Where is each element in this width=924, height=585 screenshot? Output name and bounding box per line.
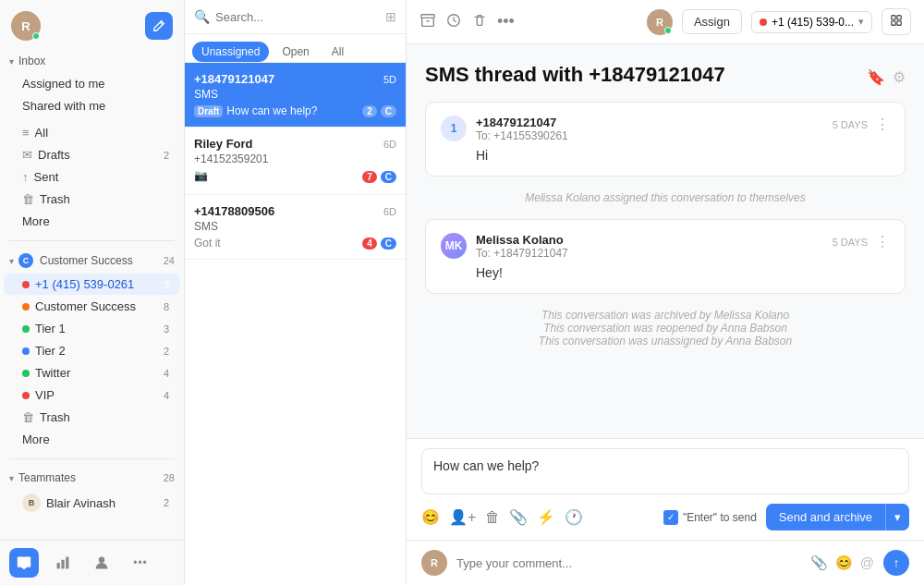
inbox-header[interactable]: ▾ Inbox [0,50,184,72]
msg1-more-icon[interactable]: ⋮ [875,116,890,133]
conversation-item-2[interactable]: Riley Ford 6D +14152359201 📷 7 C [185,128,406,195]
msg2-from: Melissa Kolano [476,233,568,247]
filter-icon[interactable]: ⊞ [385,9,396,24]
teammates-header[interactable]: ▾ Teammates 28 [0,467,184,489]
sidebar-item-phone1[interactable]: +1 (415) 539-0261 3 [4,274,180,295]
archive-icon[interactable] [419,12,436,31]
conversation-item-1[interactable]: +18479121047 5D SMS Draft How can we hel… [185,63,406,128]
conv1-draft: Draft [194,105,223,117]
msg1-from: +18479121047 [476,116,568,129]
conv3-age: 6D [383,206,396,217]
msg1-from-block: +18479121047 To: +14155390261 [476,116,568,142]
conv2-age: 6D [383,139,396,150]
conv3-name: +14178809506 [194,204,274,218]
comment-input[interactable] [456,556,801,570]
more-label-1: More [22,214,50,228]
chat-nav-button[interactable] [9,548,39,578]
topbar-trash-icon[interactable] [471,12,488,31]
add-person-icon[interactable]: 👤+ [449,508,476,526]
bookmark-icon[interactable]: 🔖 [867,68,885,86]
comment-attach-icon[interactable]: 📎 [810,555,828,571]
more-nav-button[interactable]: ••• [126,548,155,578]
comment-at-icon[interactable]: @ [860,555,874,571]
enter-to-send-label: "Enter" to send [683,511,757,524]
tab-unassigned[interactable]: Unassigned [192,42,269,62]
sidebar-item-shared-with-me[interactable]: Shared with me [4,95,180,116]
msg2-header: Melissa Kolano To: +18479121047 5 DAYS ⋮ [476,233,890,260]
conversation-item-3[interactable]: +14178809506 6D SMS Got it 4 C [185,195,406,260]
attach-icon[interactable]: 📎 [509,508,528,526]
topbar-more-icon[interactable]: ••• [497,12,515,31]
customer-success-header[interactable]: ▾ C Customer Success 24 [0,249,184,273]
compose-toolbar: 😊 👤+ 🗑 📎 ⚡ 🕐 ✓ "Enter" to send Send and … [421,504,909,530]
trash2-icon: 🗑 [22,410,34,424]
assign-button[interactable]: Assign [682,9,742,34]
msg2-content: Melissa Kolano To: +18479121047 5 DAYS ⋮… [476,233,890,280]
sidebar-item-cs[interactable]: Customer Success 8 [4,296,180,317]
sidebar-item-drafts[interactable]: ✉ Drafts 2 [4,144,180,165]
svg-rect-0 [57,563,60,568]
vip-count: 4 [164,390,169,401]
svg-rect-8 [892,21,895,25]
sidebar-item-all[interactable]: ≡ All [4,122,180,143]
sidebar-item-more1[interactable]: More [4,211,180,232]
sidebar-item-assigned-to-me[interactable]: Assigned to me [4,73,180,94]
compose-box[interactable]: How can we help? [421,448,909,494]
inbox-section: ▾ Inbox Assigned to me Shared with me [0,48,184,119]
comment-emoji-icon[interactable]: 😊 [835,555,853,571]
sidebar-item-sent[interactable]: ↑ Sent [4,166,180,188]
search-bar: 🔍 ⊞ [185,0,406,34]
sys-line-3: This conversation was unassigned by Anna… [425,335,906,347]
topbar-avatar-online [664,27,672,34]
sidebar-item-more2[interactable]: More [4,429,180,450]
compose-more-icon[interactable]: ⚡ [537,508,555,526]
sidebar-item-vip[interactable]: VIP 4 [4,384,180,406]
twitter-dot [22,370,30,377]
sidebar-top: R [0,0,184,48]
tab-open[interactable]: Open [273,42,318,62]
trash-label: Trash [40,192,70,206]
drafts-count: 2 [164,150,169,161]
msg2-more-icon[interactable]: ⋮ [875,233,890,250]
send-archive-button[interactable]: Send and archive ▾ [766,504,909,530]
compose-trash-icon[interactable]: 🗑 [485,509,500,526]
msg2-from-block: Melissa Kolano To: +18479121047 [476,233,568,260]
chart-nav-button[interactable] [48,548,78,578]
sidebar-item-blair[interactable]: B Blair Avinash 2 [4,490,180,516]
conv3-preview: Got it [194,237,221,250]
sidebar-item-tier2[interactable]: Tier 2 2 [4,340,180,361]
sidebar-item-twitter[interactable]: Twitter 4 [4,362,180,384]
sent-label: Sent [34,170,59,184]
sidebar-item-trash[interactable]: 🗑 Trash [4,189,180,210]
expand-button[interactable] [881,8,911,35]
conv1-badge-c: C [381,105,396,117]
emoji-icon[interactable]: 😊 [421,508,440,526]
msg2-body: Hey! [476,265,890,280]
conv2-badges: 📷 7 C [194,169,396,185]
compose-button[interactable] [145,12,173,40]
settings-icon[interactable]: ⚙ [893,68,906,86]
sent-icon: ↑ [22,170,29,184]
sidebar-item-tier1[interactable]: Tier 1 3 [4,318,180,339]
search-input[interactable] [215,10,380,24]
main-topbar: ••• R Assign +1 (415) 539-0... ▾ [407,0,924,44]
sidebar-item-trash2[interactable]: 🗑 Trash [4,407,180,428]
all-label: All [35,126,48,140]
send-archive-dropdown-icon[interactable]: ▾ [885,504,909,530]
conv2-badge-c: C [381,171,396,183]
tab-all[interactable]: All [322,42,353,62]
inbox-selector[interactable]: +1 (415) 539-0... ▾ [751,11,872,33]
clock-icon[interactable] [445,12,462,31]
clock2-icon[interactable]: 🕐 [565,508,583,526]
conv1-name: +18479121047 [194,72,274,86]
divider1 [9,240,175,241]
enter-to-send-checkbox[interactable]: ✓ [663,510,678,525]
comment-send-button[interactable]: ↑ [883,550,909,576]
svg-rect-1 [61,560,64,569]
msg2-age: 5 DAYS [833,237,868,248]
send-archive-label: Send and archive [766,504,885,530]
phone1-count: 3 [164,279,169,290]
person-nav-button[interactable] [87,548,116,578]
tier2-count: 2 [164,346,169,357]
svg-rect-6 [892,16,895,19]
